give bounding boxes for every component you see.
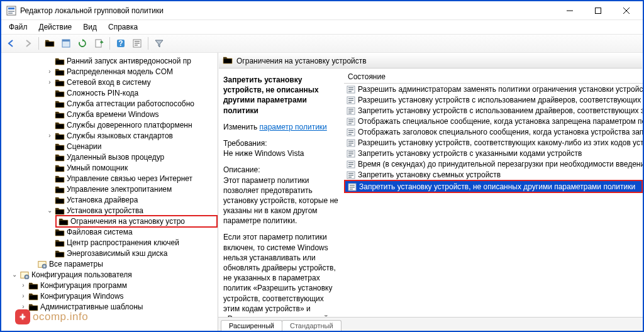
tree-item[interactable]: ›Распределенная модель COM bbox=[1, 66, 218, 77]
toolbar-filter-button[interactable] bbox=[152, 36, 167, 51]
policy-setting-icon bbox=[347, 149, 355, 158]
tree-item[interactable]: Служба аттестации работоспособно bbox=[1, 98, 218, 109]
setting-row[interactable]: Время (в секундах) до принудительной пер… bbox=[344, 158, 643, 169]
caret-down-icon[interactable]: ⌄ bbox=[10, 271, 19, 278]
folder-icon bbox=[55, 228, 65, 236]
toolbar-folder-button[interactable] bbox=[42, 36, 57, 51]
tree-item[interactable]: ⌄Установка устройства bbox=[1, 205, 218, 216]
tree-item-label: Управление электропитанием bbox=[67, 185, 172, 194]
app-window: Редактор локальной групповой политики Фа… bbox=[0, 0, 644, 332]
tree-item[interactable]: ›Административные шаблоны bbox=[1, 301, 218, 312]
tree-item[interactable]: ›Службы языковых стандартов bbox=[1, 130, 218, 141]
toolbar-refresh-button[interactable] bbox=[75, 36, 90, 51]
tree-item[interactable]: Все параметры bbox=[1, 258, 218, 269]
caret-right-icon[interactable]: › bbox=[19, 303, 28, 310]
tree-item[interactable]: Центр распространения ключей bbox=[1, 237, 218, 248]
setting-row[interactable]: Запретить установку устройств с использо… bbox=[344, 105, 643, 116]
tree-item[interactable]: Установка драйвера bbox=[1, 194, 218, 205]
toolbar-help-button[interactable]: ? bbox=[113, 36, 128, 51]
window-title: Редактор локальной групповой политики bbox=[20, 6, 555, 15]
tree-item-label: Энергозависимый кэш диска bbox=[67, 249, 167, 258]
toolbar-properties-button[interactable] bbox=[130, 36, 145, 51]
tree-item-label: Конфигурация пользователя bbox=[31, 270, 132, 279]
tree-item-label: Ограничения на установку устро bbox=[70, 217, 185, 226]
tree-item-label: Сценарии bbox=[67, 142, 101, 151]
tree-item[interactable]: Файловая система bbox=[1, 226, 218, 237]
edit-policy-link[interactable]: параметр политики bbox=[259, 123, 326, 131]
folder-icon bbox=[55, 99, 65, 108]
folder-icon bbox=[28, 281, 38, 290]
folder-icon bbox=[55, 206, 65, 215]
toolbar-view-button[interactable] bbox=[58, 36, 74, 51]
tab-standard[interactable]: Стандартный bbox=[282, 320, 341, 331]
setting-label: Отображать заголовок специального сообще… bbox=[358, 128, 643, 136]
requirements-label: Требования: bbox=[223, 138, 341, 148]
policy-setting-icon bbox=[347, 117, 355, 126]
settings-node-icon bbox=[19, 270, 30, 279]
tree-item[interactable]: Ограничения на установку устро bbox=[1, 216, 218, 226]
setting-row[interactable]: Разрешить установку устройств, соответст… bbox=[344, 137, 643, 148]
tree-item-label: Умный помощник bbox=[67, 163, 128, 172]
setting-label: Запретить установку съемных устройств bbox=[358, 170, 501, 179]
tree-item[interactable]: ›Сетевой вход в систему bbox=[1, 77, 218, 87]
nav-forward-button[interactable] bbox=[20, 36, 35, 51]
tree-item-label: Конфигурация программ bbox=[40, 281, 127, 290]
folder-icon bbox=[55, 185, 65, 194]
setting-row[interactable]: Отображать специальное сообщение, когда … bbox=[344, 116, 643, 126]
tree-item[interactable]: Удаленный вызов процедур bbox=[1, 152, 218, 162]
toolbar-separator bbox=[38, 37, 39, 50]
caret-right-icon[interactable]: › bbox=[19, 282, 28, 289]
setting-row[interactable]: Разрешить администраторам заменять полит… bbox=[344, 84, 643, 94]
folder-icon bbox=[55, 196, 65, 204]
folder-icon bbox=[55, 153, 65, 162]
tree-item[interactable]: ›Конфигурация программ bbox=[1, 280, 218, 290]
setting-row[interactable]: Запретить установку устройств, не описан… bbox=[344, 180, 643, 193]
tree-item-label: Служба аттестации работоспособно bbox=[67, 99, 194, 108]
tree-item[interactable]: Умный помощник bbox=[1, 162, 218, 173]
toolbar-export-button[interactable] bbox=[91, 36, 106, 51]
setting-row[interactable]: Запретить установку устройств с указанны… bbox=[344, 148, 643, 158]
tree-item[interactable]: Служба времени Windows bbox=[1, 109, 218, 119]
tree-item[interactable]: Энергозависимый кэш диска bbox=[1, 248, 218, 258]
tree-item[interactable]: Управление связью через Интернет bbox=[1, 173, 218, 184]
setting-row[interactable]: Разрешить установку устройств с использо… bbox=[344, 94, 643, 105]
folder-icon bbox=[55, 121, 65, 130]
menu-action[interactable]: Действие bbox=[34, 21, 77, 33]
policy-setting-icon bbox=[347, 106, 355, 115]
tree-item[interactable]: Службы доверенного платформенн bbox=[1, 119, 218, 130]
tree-item-label: Службы языковых стандартов bbox=[67, 131, 173, 140]
caret-right-icon[interactable]: › bbox=[45, 132, 54, 139]
tree-item[interactable]: ⌄Конфигурация пользователя bbox=[1, 269, 218, 280]
minimize-button[interactable] bbox=[555, 2, 584, 19]
tab-extended[interactable]: Расширенный bbox=[221, 320, 282, 331]
folder-icon bbox=[223, 55, 233, 66]
close-button[interactable] bbox=[612, 2, 640, 19]
list-column-header[interactable]: Состояние bbox=[344, 70, 643, 84]
setting-row[interactable]: Запретить установку съемных устройств bbox=[344, 169, 643, 180]
tree-item[interactable]: Сценарии bbox=[1, 141, 218, 152]
svg-rect-19 bbox=[135, 43, 140, 44]
caret-right-icon[interactable]: › bbox=[19, 292, 28, 299]
nav-back-button[interactable] bbox=[4, 36, 19, 51]
folder-icon bbox=[55, 131, 65, 140]
tree-item[interactable]: Управление электропитанием bbox=[1, 184, 218, 194]
navigation-tree[interactable]: Ранний запуск антивредоносной пр›Распред… bbox=[1, 53, 218, 331]
caret-right-icon[interactable]: › bbox=[45, 79, 54, 86]
tree-item[interactable]: Ранний запуск антивредоносной пр bbox=[1, 55, 218, 66]
settings-list[interactable]: Состояние Разрешить администраторам заме… bbox=[344, 70, 643, 317]
setting-label: Запретить установку устройств, не описан… bbox=[359, 182, 635, 191]
tree-item[interactable]: Сложность PIN-кода bbox=[1, 87, 218, 98]
caret-down-icon[interactable]: ⌄ bbox=[45, 207, 54, 214]
menu-view[interactable]: Вид bbox=[78, 21, 102, 33]
description-text-2: Если этот параметр политики включен, то … bbox=[223, 232, 341, 317]
folder-icon bbox=[55, 142, 65, 151]
caret-right-icon[interactable]: › bbox=[45, 68, 54, 75]
folder-icon bbox=[55, 174, 65, 183]
setting-row[interactable]: Отображать заголовок специального сообще… bbox=[344, 126, 643, 137]
tree-item[interactable]: ›Конфигурация Windows bbox=[1, 290, 218, 301]
menu-file[interactable]: Файл bbox=[4, 21, 33, 33]
toolbar-separator bbox=[148, 37, 148, 50]
folder-icon bbox=[55, 89, 65, 97]
maximize-button[interactable] bbox=[584, 2, 612, 19]
menu-help[interactable]: Справка bbox=[103, 21, 143, 33]
